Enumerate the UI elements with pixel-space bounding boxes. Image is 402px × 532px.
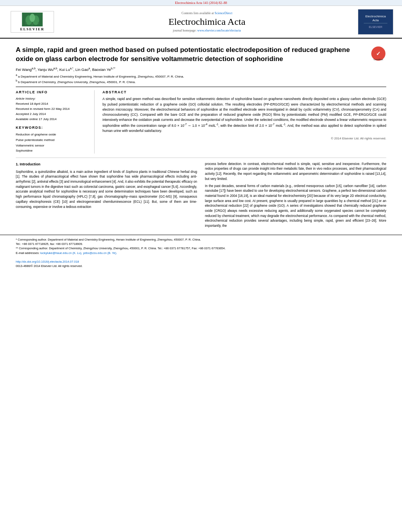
elsevier-name: ELSEVIER	[20, 27, 45, 31]
sciencedirect-line: Contents lists available at ScienceDirec…	[60, 11, 354, 15]
journal-volume-bar: Electrochimica Acta 141 (2014) 82–88	[0, 0, 402, 6]
svg-text:Acta: Acta	[372, 19, 379, 22]
article-info-label: ARTICLE INFO	[16, 90, 88, 94]
journal-header: ELSEVIER Contents lists available at Sci…	[0, 6, 402, 39]
keywords-section: Keywords: Reduction of graphene oxide Pu…	[16, 126, 88, 153]
history-label: Article history:	[16, 96, 88, 102]
journal-homepage: journal homepage: www.elsevier.com/locat…	[60, 29, 354, 32]
svg-point-3	[30, 14, 35, 22]
tel-1: Tel.: +86 0371 67718925, fax: +86 0371 6…	[16, 242, 386, 246]
svg-rect-6	[38, 22, 39, 24]
email-2[interactable]: yebx@zzu.edu.cn (B. Ye).	[83, 251, 117, 255]
oxidation-text: oxidation	[138, 118, 152, 122]
abstract-label: ABSTRACT	[102, 90, 386, 94]
keyword-1: Reduction of graphene oxide	[16, 132, 88, 137]
divider-1	[16, 87, 386, 87]
article-info-left: ARTICLE INFO Article history: Received 1…	[16, 90, 95, 153]
received-date: Received 18 April 2014	[16, 102, 88, 107]
doi-link[interactable]: http://dx.doi.org/10.1016/j.electacta.20…	[16, 260, 79, 263]
received-revised-date: Received in revised form 22 May 2014	[16, 107, 88, 112]
footer-area: * Corresponding author. Department of Ma…	[0, 235, 402, 271]
page: Electrochimica Acta 141 (2014) 82–88 ELS…	[0, 0, 402, 271]
corresponding-1: * Corresponding author. Department of Ma…	[16, 237, 386, 242]
article-area: A simple, rapid and green method based o…	[0, 39, 402, 235]
svg-text:CrossMark: CrossMark	[374, 58, 383, 61]
svg-text:Electrochimica: Electrochimica	[365, 15, 386, 18]
keyword-3: Voltammetric sensor	[16, 143, 88, 148]
svg-rect-5	[26, 22, 27, 24]
elsevier-logo: ELSEVIER	[11, 11, 54, 33]
body-col-right: process before detection. In contrast, e…	[205, 162, 386, 231]
article-history: Article history: Received 18 April 2014 …	[16, 96, 88, 122]
abstract-text: A simple, rapid and green method was des…	[102, 96, 386, 133]
affil-a: a,b	[32, 67, 35, 70]
journal-logo-box: Electrochimica Acta ELSEVIER	[358, 9, 393, 35]
keyword-2: Pulse potentiostatic method	[16, 137, 88, 143]
intro-paragraph-1: Sophoridine, a quinolizidine alkaloid, i…	[16, 170, 197, 210]
elsevier-tree-icon	[20, 13, 44, 26]
copyright-line: © 2014 Elsevier Ltd. All rights reserved…	[102, 137, 386, 140]
keyword-4: Sophoridine	[16, 148, 88, 154]
footer-left: * Corresponding author. Department of Ma…	[16, 237, 386, 269]
email-1[interactable]: luckyluke@haue.edu.cn (K. Lu),	[40, 251, 82, 255]
body-text: 1. Introduction Sophoridine, a quinolizi…	[16, 162, 386, 235]
journal-logo-icon: Electrochimica Acta ELSEVIER	[360, 10, 391, 34]
keywords-list: Reduction of graphene oxide Pulse potent…	[16, 132, 88, 153]
affiliations: a a Department of Material and Chemistry…	[16, 74, 386, 83]
header-center: Contents lists available at ScienceDirec…	[60, 11, 354, 32]
accepted-date: Accepted 2 July 2014	[16, 112, 88, 117]
sciencedirect-link[interactable]: ScienceDirect	[215, 11, 233, 15]
contents-text: Contents lists available at	[182, 11, 214, 15]
header-left: ELSEVIER	[5, 11, 60, 33]
corresponding-2: ** Corresponding author. Department of C…	[16, 246, 386, 250]
authors-line: Fei Wanga,b, Yanju Wua,b, Kui Lua,*, Lin…	[16, 67, 386, 72]
section-1-title: 1. Introduction	[16, 162, 197, 167]
article-title: A simple, rapid and green method based o…	[16, 46, 367, 64]
two-col-info: ARTICLE INFO Article history: Received 1…	[16, 90, 386, 153]
issn-text: 0013-4686/© 2014 Elsevier Ltd. All right…	[16, 264, 82, 268]
svg-text:ELSEVIER: ELSEVIER	[369, 26, 382, 28]
email-line: E-mail addresses: luckyluke@haue.edu.cn …	[16, 251, 386, 255]
and-text: And	[287, 124, 293, 128]
author-fei-wang: Fei Wang	[16, 67, 32, 72]
homepage-label: journal homepage:	[173, 29, 197, 32]
svg-rect-7	[360, 10, 391, 34]
thin-divider-1	[16, 158, 386, 158]
intro-paragraph-3: In the past decades, several forms of ca…	[205, 184, 386, 229]
email-label: E-mail addresses:	[16, 251, 39, 255]
keywords-label: Keywords:	[16, 126, 88, 130]
crossmark-icon: ✓ CrossMark	[370, 46, 386, 61]
available-online-date: Available online 17 July 2014	[16, 117, 88, 122]
intro-paragraph-2: process before detection. In contrast, e…	[205, 162, 386, 182]
affiliation-a: a a Department of Material and Chemistry…	[16, 74, 386, 78]
svg-rect-4	[31, 23, 33, 26]
journal-volume-text: Electrochimica Acta 141 (2014) 82–88	[175, 1, 227, 5]
body-col-left: 1. Introduction Sophoridine, a quinolizi…	[16, 162, 197, 231]
homepage-url[interactable]: www.elsevier.com/locate/electacta	[197, 29, 241, 32]
header-right: Electrochimica Acta ELSEVIER	[354, 9, 397, 35]
affiliation-b: b b Department of Chemistry, Zhengzhou U…	[16, 79, 386, 84]
article-title-block: A simple, rapid and green method based o…	[16, 46, 386, 64]
svg-text:✓: ✓	[376, 50, 381, 57]
article-info-right: ABSTRACT A simple, rapid and green metho…	[102, 90, 386, 153]
journal-title: Electrochimica Acta	[60, 17, 354, 27]
crossmark-logo: ✓ CrossMark	[370, 46, 386, 61]
